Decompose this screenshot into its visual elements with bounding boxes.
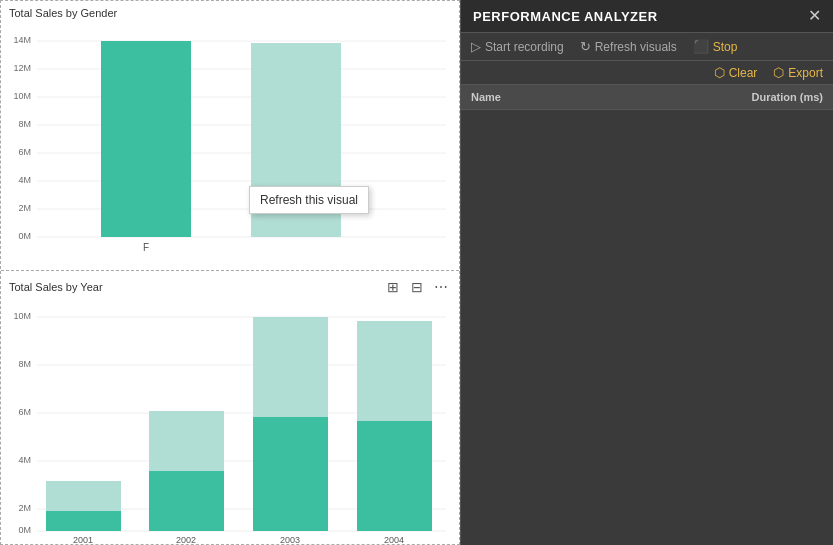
stop-icon: ⬛ — [693, 39, 709, 54]
perf-close-button[interactable]: ✕ — [808, 8, 821, 24]
clear-icon: ⬡ — [714, 65, 725, 80]
refresh-visuals-label: Refresh visuals — [595, 40, 677, 54]
svg-text:2003: 2003 — [280, 535, 300, 545]
year-chart-svg: 10M 8M 6M 4M 2M 0M 2001 2002 2003 — [1, 301, 451, 545]
perf-header: PERFORMANCE ANALYZER ✕ — [461, 0, 833, 33]
bar-gender-m[interactable] — [251, 43, 341, 237]
start-recording-button[interactable]: ▷ Start recording — [471, 39, 564, 54]
refresh-visuals-icon: ↻ — [580, 39, 591, 54]
bar-2003-dark[interactable] — [253, 417, 328, 531]
svg-text:4M: 4M — [18, 175, 31, 185]
export-label: Export — [788, 66, 823, 80]
gender-chart-section: Total Sales by Gender 14M 12M 10M 8M 6M … — [1, 1, 459, 271]
refresh-visuals-button[interactable]: ↻ Refresh visuals — [580, 39, 677, 54]
chart-toolbar: ⊞ ⊟ ⋯ — [383, 277, 451, 297]
svg-text:F: F — [143, 242, 149, 253]
svg-text:0M: 0M — [18, 231, 31, 241]
export-icon: ⬡ — [773, 65, 784, 80]
export-button[interactable]: ⬡ Export — [773, 65, 823, 80]
svg-text:2M: 2M — [18, 503, 31, 513]
svg-text:8M: 8M — [18, 119, 31, 129]
svg-text:14M: 14M — [13, 35, 31, 45]
svg-text:6M: 6M — [18, 407, 31, 417]
more-options-icon[interactable]: ⋯ — [431, 277, 451, 297]
svg-text:6M: 6M — [18, 147, 31, 157]
expand-icon[interactable]: ⊟ — [407, 277, 427, 297]
svg-text:12M: 12M — [13, 63, 31, 73]
svg-text:0M: 0M — [18, 525, 31, 535]
perf-content-area — [461, 110, 833, 545]
bar-gender-f[interactable] — [101, 41, 191, 237]
svg-text:2M: 2M — [18, 203, 31, 213]
gender-chart-svg: 14M 12M 10M 8M 6M 4M 2M 0M F — [1, 21, 451, 269]
start-recording-icon: ▷ — [471, 39, 481, 54]
perf-panel: PERFORMANCE ANALYZER ✕ ▷ Start recording… — [460, 0, 833, 545]
col-name-header: Name — [471, 91, 733, 103]
start-recording-label: Start recording — [485, 40, 564, 54]
svg-text:2002: 2002 — [176, 535, 196, 545]
svg-text:2004: 2004 — [384, 535, 404, 545]
perf-title: PERFORMANCE ANALYZER — [473, 9, 658, 24]
perf-toolbar-row2: ⬡ Clear ⬡ Export — [461, 61, 833, 85]
svg-text:4M: 4M — [18, 455, 31, 465]
bar-2001-dark[interactable] — [46, 511, 121, 531]
chart-area: Total Sales by Gender 14M 12M 10M 8M 6M … — [0, 0, 460, 545]
perf-table-header: Name Duration (ms) — [461, 85, 833, 110]
svg-text:10M: 10M — [13, 91, 31, 101]
year-chart-title: Total Sales by Year — [9, 281, 103, 293]
focus-mode-icon[interactable]: ⊞ — [383, 277, 403, 297]
col-duration-header: Duration (ms) — [733, 91, 823, 103]
svg-text:10M: 10M — [13, 311, 31, 321]
gender-chart-title: Total Sales by Gender — [1, 1, 459, 21]
svg-text:8M: 8M — [18, 359, 31, 369]
perf-toolbar-row1: ▷ Start recording ↻ Refresh visuals ⬛ St… — [461, 33, 833, 61]
stop-label: Stop — [713, 40, 738, 54]
svg-text:2001: 2001 — [73, 535, 93, 545]
clear-label: Clear — [729, 66, 758, 80]
clear-button[interactable]: ⬡ Clear — [714, 65, 758, 80]
year-chart-section: Total Sales by Year ⊞ ⊟ ⋯ 10M 8M 6M 4M 2… — [1, 273, 459, 545]
stop-button[interactable]: ⬛ Stop — [693, 39, 738, 54]
bar-2002-dark[interactable] — [149, 471, 224, 531]
bar-2004-dark[interactable] — [357, 421, 432, 531]
